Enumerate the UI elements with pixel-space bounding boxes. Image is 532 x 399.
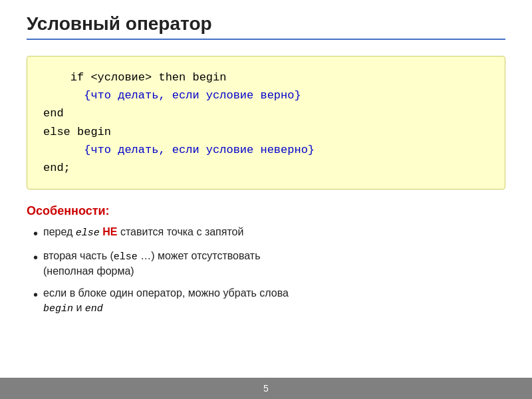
bullet-text: перед else НЕ ставится точка с запятой (43, 225, 243, 240)
page-number: 5 (263, 383, 269, 394)
slide-footer: 5 (0, 378, 532, 399)
code-line-6: end; (43, 159, 489, 177)
bullet-text: если в блоке один оператор, можно убрать… (43, 286, 289, 316)
content-section: Особенности: • перед else НЕ ставится то… (27, 204, 505, 323)
begin-code: begin (43, 303, 73, 315)
ne-text: НЕ (102, 226, 117, 237)
else-code-2: else (114, 251, 138, 263)
bullet-dot: • (33, 286, 38, 303)
list-item: • вторая часть (else …) может отсутствов… (33, 249, 505, 279)
list-item: • если в блоке один оператор, можно убра… (33, 286, 505, 316)
code-line-1: if <условие> then begin (43, 68, 489, 86)
code-line-3: end (43, 104, 489, 122)
end-code: end (85, 303, 103, 315)
else-code: else (76, 227, 100, 239)
slide-title: Условный оператор (27, 13, 505, 40)
code-line-2: {что делать, если условие верно} (43, 86, 489, 104)
bullet-text: вторая часть (else …) может отсутствоват… (43, 249, 261, 279)
bullet-dot: • (33, 225, 38, 242)
list-item: • перед else НЕ ставится точка с запятой (33, 225, 505, 242)
code-block: if <условие> then begin {что делать, есл… (27, 56, 505, 190)
features-title: Особенности: (27, 204, 505, 218)
slide-container: Условный оператор if <условие> then begi… (0, 0, 532, 378)
bullet-list: • перед else НЕ ставится точка с запятой… (27, 225, 505, 316)
bullet-dot: • (33, 249, 38, 266)
code-line-5: {что делать, если условие неверно} (43, 141, 489, 159)
code-line-4: else begin (43, 123, 489, 141)
